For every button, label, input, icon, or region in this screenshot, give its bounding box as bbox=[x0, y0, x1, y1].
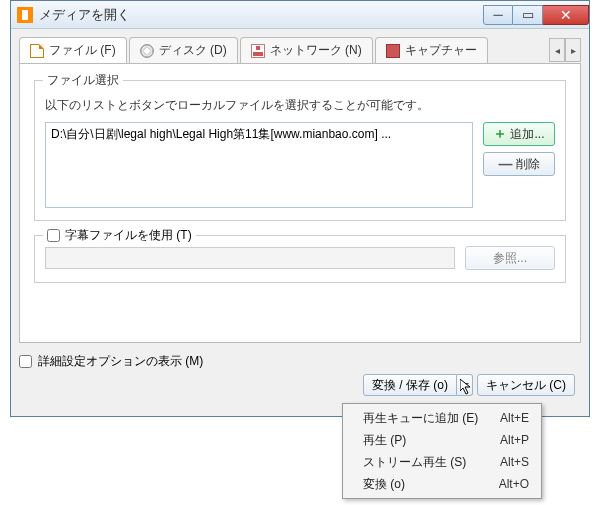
menu-item-shortcut: Alt+E bbox=[500, 411, 529, 425]
file-selection-description: 以下のリストとボタンでローカルファイルを選択することが可能です。 bbox=[45, 97, 555, 114]
menu-item-shortcut: Alt+S bbox=[500, 455, 529, 469]
menu-item-label: ストリーム再生 (S) bbox=[363, 454, 466, 471]
svg-marker-0 bbox=[460, 379, 470, 394]
menu-item-shortcut: Alt+O bbox=[499, 477, 529, 491]
tab-capture[interactable]: キャプチャー bbox=[375, 37, 488, 63]
tab-file[interactable]: ファイル (F) bbox=[19, 37, 127, 63]
menu-item-shortcut: Alt+P bbox=[500, 433, 529, 447]
list-item[interactable]: D:\自分\日剧\legal high\Legal High第11集[www.m… bbox=[51, 126, 467, 143]
vlc-cone-icon bbox=[17, 7, 33, 23]
file-icon bbox=[30, 44, 44, 58]
cancel-label: キャンセル (C) bbox=[486, 377, 566, 394]
window-title: メディアを開く bbox=[39, 6, 483, 24]
remove-button[interactable]: — 削除 bbox=[483, 152, 555, 176]
cancel-button[interactable]: キャンセル (C) bbox=[477, 374, 575, 396]
show-advanced-checkbox[interactable] bbox=[19, 355, 32, 368]
menu-item-label: 変換 (o) bbox=[363, 476, 405, 493]
file-selection-legend: ファイル選択 bbox=[43, 72, 123, 89]
remove-button-label: 削除 bbox=[516, 156, 540, 173]
menu-item-convert[interactable]: 変換 (o) Alt+O bbox=[345, 473, 539, 495]
convert-save-dropdown[interactable] bbox=[457, 374, 473, 396]
menu-item-stream[interactable]: ストリーム再生 (S) Alt+S bbox=[345, 451, 539, 473]
open-media-dialog: メディアを開く ─ ▭ ✕ ファイル (F) ディスク (D) ネットワ bbox=[10, 0, 590, 417]
tab-disc-label: ディスク (D) bbox=[159, 42, 227, 59]
use-subtitle-checkbox[interactable] bbox=[47, 229, 60, 242]
convert-save-splitbutton[interactable]: 変換 / 保存 (o) bbox=[363, 374, 473, 396]
subtitle-group: 字幕ファイルを使用 (T) 参照... bbox=[34, 235, 566, 283]
add-button-label: 追加... bbox=[510, 126, 544, 143]
maximize-button[interactable]: ▭ bbox=[513, 5, 543, 25]
tab-file-label: ファイル (F) bbox=[49, 42, 116, 59]
convert-save-label: 変換 / 保存 (o) bbox=[372, 377, 448, 394]
tab-network-label: ネットワーク (N) bbox=[270, 42, 362, 59]
tab-disc[interactable]: ディスク (D) bbox=[129, 37, 238, 63]
minus-icon: — bbox=[499, 156, 513, 172]
show-advanced-label: 詳細設定オプションの表示 (M) bbox=[38, 353, 203, 370]
tab-scroll-right[interactable]: ▸ bbox=[565, 38, 581, 62]
menu-item-play[interactable]: 再生 (P) Alt+P bbox=[345, 429, 539, 451]
add-button[interactable]: ＋ 追加... bbox=[483, 122, 555, 146]
menu-item-label: 再生 (P) bbox=[363, 432, 406, 449]
tab-capture-label: キャプチャー bbox=[405, 42, 477, 59]
titlebar: メディアを開く ─ ▭ ✕ bbox=[11, 1, 589, 29]
tab-network[interactable]: ネットワーク (N) bbox=[240, 37, 373, 63]
tab-page-file: ファイル選択 以下のリストとボタンでローカルファイルを選択することが可能です。 … bbox=[19, 63, 581, 343]
disc-icon bbox=[140, 44, 154, 58]
tab-scroll-left[interactable]: ◂ bbox=[549, 38, 565, 62]
menu-item-enqueue[interactable]: 再生キューに追加 (E) Alt+E bbox=[345, 407, 539, 429]
file-list[interactable]: D:\自分\日剧\legal high\Legal High第11集[www.m… bbox=[45, 122, 473, 208]
minimize-button[interactable]: ─ bbox=[483, 5, 513, 25]
browse-button-label: 参照... bbox=[493, 250, 527, 267]
menu-item-label: 再生キューに追加 (E) bbox=[363, 410, 478, 427]
subtitle-path-input bbox=[45, 247, 455, 269]
file-selection-group: ファイル選択 以下のリストとボタンでローカルファイルを選択することが可能です。 … bbox=[34, 80, 566, 221]
convert-save-button[interactable]: 変換 / 保存 (o) bbox=[363, 374, 457, 396]
network-icon bbox=[251, 44, 265, 58]
tab-bar: ファイル (F) ディスク (D) ネットワーク (N) キャプチャー ◂ ▸ bbox=[19, 37, 581, 63]
use-subtitle-label: 字幕ファイルを使用 (T) bbox=[65, 227, 192, 244]
browse-button[interactable]: 参照... bbox=[465, 246, 555, 270]
mouse-cursor-icon bbox=[460, 379, 472, 395]
convert-save-menu: 再生キューに追加 (E) Alt+E 再生 (P) Alt+P ストリーム再生 … bbox=[342, 403, 542, 499]
close-button[interactable]: ✕ bbox=[543, 5, 589, 25]
capture-icon bbox=[386, 44, 400, 58]
plus-icon: ＋ bbox=[493, 125, 507, 143]
